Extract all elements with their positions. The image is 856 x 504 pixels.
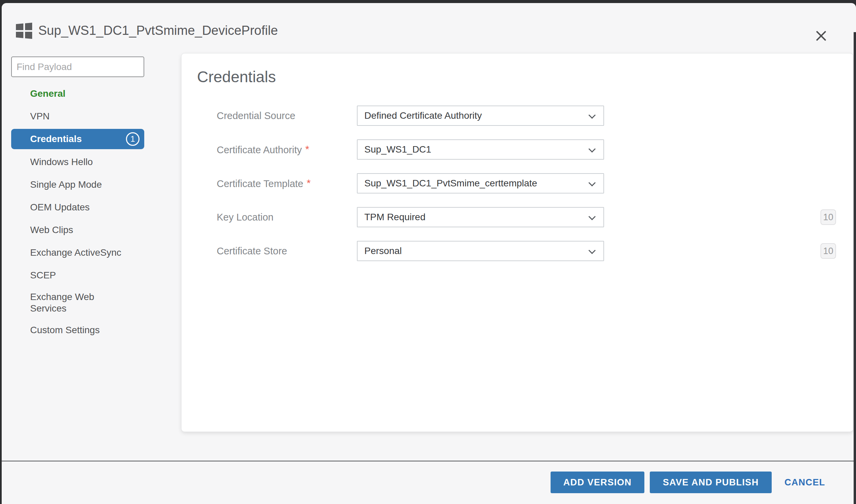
key-location-count-badge: 10 [820,210,836,225]
credentials-count-badge: 1 [126,132,139,146]
chevron-down-icon [588,247,596,254]
dialog-header: Sup_WS1_DC1_PvtSmime_DeviceProfile [2,3,856,54]
certificate-store-select[interactable]: Personal [357,241,604,261]
add-version-button[interactable]: ADD VERSION [551,471,645,493]
sidebar-item-web-clips[interactable]: Web Clips [11,218,144,241]
cancel-button[interactable]: CANCEL [785,477,825,488]
search-input[interactable] [11,56,144,77]
footer-actions: ADD VERSION SAVE AND PUBLISH CANCEL [551,471,825,493]
chevron-down-icon [588,145,596,152]
sidebar-item-single-app-mode[interactable]: Single App Mode [11,173,144,196]
credential-source-label: Credential Source [217,110,295,122]
windows-icon [16,23,32,39]
credentials-form: Credential Source Defined Certificate Au… [182,99,853,268]
sidebar-item-exchange-web-services[interactable]: Exchange Web Services [11,287,144,319]
dialog-title: Sup_WS1_DC1_PvtSmime_DeviceProfile [38,22,278,39]
required-asterisk: * [305,143,309,155]
chevron-down-icon [588,179,596,186]
certificate-template-select[interactable]: Sup_WS1_DC1_PvtSmime_certtemplate [357,173,604,194]
sidebar-item-general[interactable]: General [11,82,144,105]
sidebar-item-oem-updates[interactable]: OEM Updates [11,196,144,218]
certificate-template-label: Certificate Template* [217,177,310,190]
panel-heading: Credentials [197,68,276,86]
certificate-authority-select[interactable]: Sup_WS1_DC1 [357,139,604,160]
certificate-template-row: Certificate Template* Sup_WS1_DC1_PvtSmi… [182,166,853,200]
footer-divider [2,461,856,462]
required-asterisk: * [307,177,311,188]
key-location-row: Key Location TPM Required [182,200,853,234]
payload-nav: General VPN Credentials 1 Windows Hello … [11,82,144,341]
scrollbar[interactable] [854,32,856,504]
sidebar-item-custom-settings[interactable]: Custom Settings [11,319,144,341]
sidebar-item-scep[interactable]: SCEP [11,264,144,287]
chevron-down-icon [588,213,596,220]
credential-source-row: Credential Source Defined Certificate Au… [182,99,853,132]
sidebar-item-vpn[interactable]: VPN [11,105,144,127]
certificate-authority-label: Certificate Authority* [217,143,309,156]
device-profile-dialog: Sup_WS1_DC1_PvtSmime_DeviceProfile Gener… [2,3,856,504]
credential-source-select[interactable]: Defined Certificate Authority [357,106,604,126]
certificate-store-row: Certificate Store Personal [182,234,853,268]
credentials-panel: Credentials Credential Source Defined Ce… [181,53,853,432]
certificate-store-label: Certificate Store [217,246,287,257]
sidebar-item-windows-hello[interactable]: Windows Hello [11,150,144,173]
key-location-label: Key Location [217,212,274,223]
chevron-down-icon [588,112,596,119]
key-location-select[interactable]: TPM Required [357,207,604,227]
sidebar-item-exchange-activesync[interactable]: Exchange ActiveSync [11,241,144,264]
certificate-authority-row: Certificate Authority* Sup_WS1_DC1 [182,132,853,166]
sidebar-item-credentials[interactable]: Credentials 1 [11,129,144,149]
save-and-publish-button[interactable]: SAVE AND PUBLISH [650,471,771,493]
close-icon[interactable] [813,28,829,44]
certificate-store-count-badge: 10 [820,243,836,259]
